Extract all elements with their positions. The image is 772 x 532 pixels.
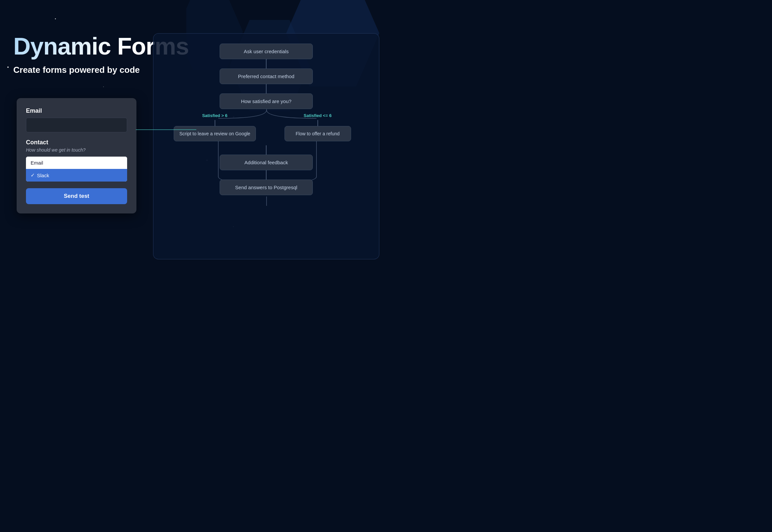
form-card: Email Contact How should we get in touch… (17, 98, 136, 213)
connector-1 (266, 59, 267, 68)
contact-label: Contact (26, 139, 127, 146)
flow-node-satisfaction: How satisfied are you? (220, 93, 313, 109)
email-input[interactable] (26, 118, 127, 132)
checkmark-icon: ✓ (31, 172, 35, 178)
email-field-label: Email (26, 107, 127, 114)
connector-4 (266, 170, 267, 180)
contact-dropdown[interactable]: Email ✓ Slack (26, 157, 127, 182)
option-slack[interactable]: ✓ Slack (26, 169, 127, 182)
flow-node-refund: Flow to offer a refund (285, 126, 351, 141)
send-test-button[interactable]: Send test (26, 188, 127, 204)
flow-diagram-panel: Ask user credentials Preferred contact m… (153, 33, 379, 259)
contact-subtitle: How should we get in touch? (26, 147, 127, 153)
flow-node-postgresql: Send answers to Postgresql (220, 180, 313, 195)
star-3 (7, 67, 9, 68)
star-1 (55, 18, 56, 19)
branch-left-connector (215, 120, 215, 126)
flow-node-feedback: Additional feedback (220, 155, 313, 170)
branch-label-satisfied-gt: Satisfied > 6 (202, 113, 227, 118)
flow-nodes-container: Ask user credentials Preferred contact m… (163, 44, 369, 249)
connector-merge (266, 145, 267, 155)
option-email[interactable]: Email (26, 157, 127, 169)
branch-label-satisfied-lte: Satisfied <= 6 (304, 113, 332, 118)
star-4 (103, 86, 104, 87)
flow-node-review: Script to leave a review on Google (174, 126, 256, 141)
branch-right-connector (318, 120, 318, 126)
flow-node-credentials: Ask user credentials (220, 44, 313, 59)
connector-2 (266, 84, 267, 93)
flow-node-contact: Preferred contact method (220, 68, 313, 84)
